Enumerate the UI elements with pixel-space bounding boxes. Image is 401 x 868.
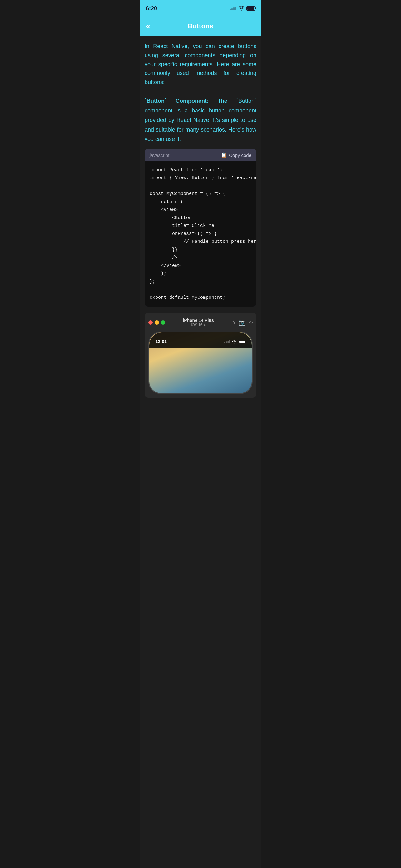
status-icons (230, 6, 255, 11)
section-keyword: `Button` Component: (144, 98, 209, 104)
signal-icon (230, 6, 236, 10)
svg-rect-3 (229, 340, 230, 343)
section-description: The `Button` component is a basic button… (144, 98, 257, 142)
simulator-title: iPhone 14 Plus iOS 16.4 (165, 318, 231, 327)
signal-dot-2 (231, 8, 233, 10)
svg-rect-1 (226, 342, 227, 344)
iphone-status-bar: 12:01 (149, 333, 252, 348)
intro-paragraph: In React Native, you can create buttons … (144, 42, 257, 87)
simulator-preview: iPhone 14 Plus iOS 16.4 ⌂ 📷 ⎋ 12:01 (144, 313, 257, 398)
device-name: iPhone 14 Plus (165, 318, 231, 323)
iphone-wifi-icon (231, 340, 237, 344)
main-content: In React Native, you can create buttons … (140, 36, 261, 868)
iphone-time: 12:01 (156, 339, 167, 344)
iphone-signal-icon (224, 340, 230, 343)
code-text: import React from 'react'; import { View… (149, 166, 252, 302)
os-version: iOS 16.4 (165, 323, 231, 327)
signal-dot-1 (230, 9, 231, 10)
nav-bar: « Buttons (140, 17, 261, 36)
iphone-mockup: 12:01 (148, 332, 253, 394)
battery-icon (246, 6, 255, 11)
section-heading: `Button` Component: The `Button` compone… (144, 96, 257, 144)
code-header: javascript 📋 Copy code (144, 149, 257, 161)
code-body: import React from 'react'; import { View… (144, 161, 257, 307)
signal-dot-4 (235, 6, 236, 10)
iphone-battery-fill (239, 341, 245, 343)
window-controls (148, 320, 165, 324)
iphone-battery-icon (239, 340, 245, 343)
wifi-icon (238, 6, 244, 11)
iphone-status-icons (224, 340, 245, 344)
close-window-button[interactable] (148, 320, 153, 324)
clipboard-icon: 📋 (221, 152, 227, 158)
home-icon[interactable]: ⌂ (231, 319, 235, 326)
battery-fill (247, 7, 254, 10)
code-block: javascript 📋 Copy code import React from… (144, 149, 257, 307)
code-language-label: javascript (149, 153, 169, 158)
svg-rect-2 (228, 341, 229, 343)
camera-icon[interactable]: 📷 (239, 319, 245, 326)
signal-dot-3 (233, 7, 235, 10)
copy-code-button[interactable]: 📋 Copy code (221, 152, 252, 158)
copy-label: Copy code (229, 153, 252, 158)
simulator-controls: ⌂ 📷 ⎋ (231, 319, 253, 326)
simulator-header: iPhone 14 Plus iOS 16.4 ⌂ 📷 ⎋ (148, 316, 253, 329)
svg-rect-0 (224, 342, 226, 344)
back-button[interactable]: « (146, 22, 150, 31)
status-time: 6:20 (146, 5, 157, 12)
maximize-window-button[interactable] (161, 320, 165, 324)
minimize-window-button[interactable] (155, 320, 159, 324)
status-bar: 6:20 (140, 0, 261, 17)
rotate-icon[interactable]: ⎋ (249, 319, 253, 326)
page-title: Buttons (188, 22, 213, 30)
